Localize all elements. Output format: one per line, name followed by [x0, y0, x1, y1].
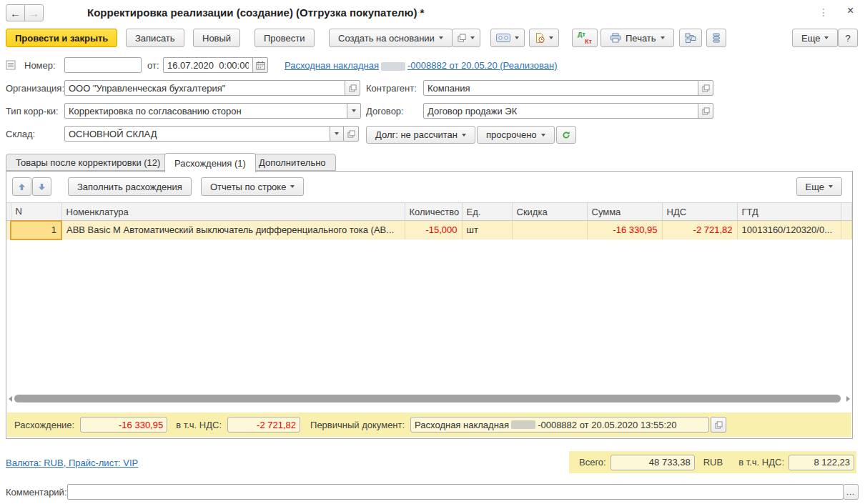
- post-button[interactable]: Провести: [254, 29, 315, 47]
- warehouse-label: Склад:: [6, 129, 35, 139]
- save-button[interactable]: Записать: [126, 29, 184, 47]
- document-clock-icon: [535, 33, 545, 43]
- chevron-down-icon: [352, 109, 356, 112]
- correction-type-group: [64, 103, 361, 119]
- warehouse-group: [64, 126, 359, 142]
- counterparty-open-button[interactable]: [698, 80, 713, 96]
- fill-discrepancies-button[interactable]: Заполнить расхождения: [68, 177, 192, 196]
- number-input[interactable]: [64, 57, 142, 73]
- chevron-down-icon: [829, 185, 833, 188]
- tasks-button[interactable]: [529, 29, 559, 47]
- primary-document-open-button[interactable]: [711, 417, 726, 433]
- debt-button[interactable]: Долг: не рассчитан: [366, 126, 475, 144]
- scroll-right-arrow-icon[interactable]: [846, 396, 850, 402]
- column-header-discount: Скидка: [512, 203, 587, 221]
- cell-nomenclature[interactable]: ABB Basic M Автоматический выключатель д…: [61, 221, 405, 239]
- move-row-up-button[interactable]: [12, 177, 31, 196]
- chevron-down-icon: [290, 185, 295, 188]
- cell-n[interactable]: 1: [11, 221, 61, 239]
- total-vat-value-field: 8 122,23: [789, 455, 854, 470]
- back-button[interactable]: ←: [6, 4, 25, 21]
- structure-button[interactable]: [679, 29, 702, 47]
- grid-more-button[interactable]: Еще: [796, 177, 842, 196]
- date-input[interactable]: [163, 57, 253, 73]
- total-label: Всего:: [579, 457, 606, 468]
- more-button[interactable]: Еще: [792, 29, 838, 47]
- scroll-left-arrow-icon[interactable]: [9, 396, 12, 402]
- date-field-group: [163, 57, 268, 73]
- open-linked-button[interactable]: [452, 29, 480, 47]
- base-document-link[interactable]: Расходная накладная-0008882 от 20.05.20 …: [285, 60, 558, 71]
- comment-more-button[interactable]: ...: [843, 484, 859, 500]
- warehouse-dropdown-button[interactable]: [330, 126, 344, 142]
- refresh-debt-button[interactable]: [556, 126, 576, 144]
- open-window-icon: [458, 34, 466, 42]
- totals-band: Всего: 48 733,38 RUB в т.ч. НДС: 8 122,2…: [569, 451, 856, 473]
- warehouse-select[interactable]: [64, 126, 330, 142]
- organization-open-button[interactable]: [345, 80, 360, 96]
- correction-type-dropdown-button[interactable]: [347, 103, 361, 119]
- chevron-down-icon: [470, 36, 475, 39]
- calendar-button[interactable]: [252, 57, 268, 73]
- row-reports-button[interactable]: Отчеты по строке: [201, 177, 304, 196]
- discrepancies-grid: N Номенклатура Количество Ед. Скидка Сум…: [6, 202, 852, 240]
- correction-type-label: Тип корр-ки:: [6, 106, 59, 117]
- cell-unit[interactable]: шт: [462, 221, 512, 239]
- register-records-button[interactable]: [706, 29, 726, 47]
- discrepancy-label: Расхождение:: [14, 420, 74, 430]
- cell-quantity[interactable]: -15,000: [405, 221, 462, 239]
- discrepancy-vat-label: в т.ч. НДС:: [176, 420, 222, 430]
- scrollbar-track[interactable]: [14, 394, 845, 403]
- comment-label: Комментарий:: [6, 487, 67, 498]
- cell-vat[interactable]: -2 721,82: [662, 221, 737, 239]
- discrepancies-panel: Заполнить расхождения Отчеты по строке Е…: [6, 171, 853, 439]
- number-label: Номер:: [24, 60, 56, 71]
- document-window: ← → Корректировка реализации (создание) …: [0, 0, 865, 504]
- warehouse-open-button[interactable]: [343, 126, 359, 142]
- counterparty-input[interactable]: [423, 80, 699, 96]
- close-icon[interactable]: ×: [847, 4, 854, 17]
- move-row-down-button[interactable]: [32, 177, 51, 196]
- tab-additional[interactable]: Дополнительно: [249, 154, 336, 171]
- window-menu-icon[interactable]: ⋮: [819, 6, 829, 18]
- debit-credit-icon: ДтКт: [578, 31, 592, 44]
- post-and-close-button[interactable]: Провести и закрыть: [6, 29, 117, 47]
- cell-gtd[interactable]: 10013160/120320/0...: [737, 221, 841, 239]
- table-row[interactable]: 1 ABB Basic M Автоматический выключатель…: [6, 221, 852, 239]
- comment-input[interactable]: [67, 484, 844, 500]
- currency-pricelist-link[interactable]: Валюта: RUB, Прайс-лист: VIP: [6, 458, 138, 468]
- new-button[interactable]: Новый: [193, 29, 240, 47]
- create-based-on-button[interactable]: Создать на основании: [329, 29, 453, 47]
- tab-goods-after-correction[interactable]: Товары после корректировки (12): [6, 154, 170, 171]
- contract-input[interactable]: [423, 103, 699, 119]
- scrollbar-thumb[interactable]: [14, 395, 841, 402]
- primary-document-field[interactable]: Расходная накладная-0008882 от 20.05.202…: [410, 417, 709, 433]
- correction-type-select[interactable]: [64, 103, 347, 119]
- print-button[interactable]: Печать: [600, 29, 674, 47]
- column-header-nomenclature: Номенклатура: [61, 203, 405, 221]
- contract-open-button[interactable]: [698, 103, 713, 119]
- contract-label: Договор:: [366, 106, 404, 117]
- cash-register-icon: [496, 34, 510, 42]
- open-window-icon: [702, 84, 710, 92]
- primary-document-label: Первичный документ:: [310, 420, 405, 430]
- cell-amount[interactable]: -16 330,95: [587, 221, 662, 239]
- list-icon[interactable]: [6, 60, 16, 72]
- forward-button[interactable]: →: [24, 4, 44, 21]
- grid-header-row: N Номенклатура Количество Ед. Скидка Сум…: [6, 203, 852, 221]
- total-vat-label: в т.ч. НДС:: [738, 457, 784, 468]
- organization-input[interactable]: [64, 80, 346, 96]
- back-arrow-icon: ←: [10, 7, 21, 19]
- fiscal-device-button[interactable]: [490, 29, 525, 47]
- refresh-icon: [562, 130, 570, 140]
- column-header-amount: Сумма: [587, 203, 662, 221]
- column-header-quantity: Количество: [405, 203, 462, 221]
- column-header-n: N: [11, 203, 61, 221]
- help-button[interactable]: ?: [838, 29, 858, 47]
- redacted-text: [381, 62, 405, 71]
- tab-discrepancies[interactable]: Расхождения (1): [164, 153, 256, 172]
- dr-cr-postings-button[interactable]: ДтКт: [572, 29, 598, 47]
- overdue-button[interactable]: просрочено: [477, 126, 555, 144]
- total-value-field: 48 733,38: [611, 455, 695, 470]
- cell-discount[interactable]: [512, 221, 587, 239]
